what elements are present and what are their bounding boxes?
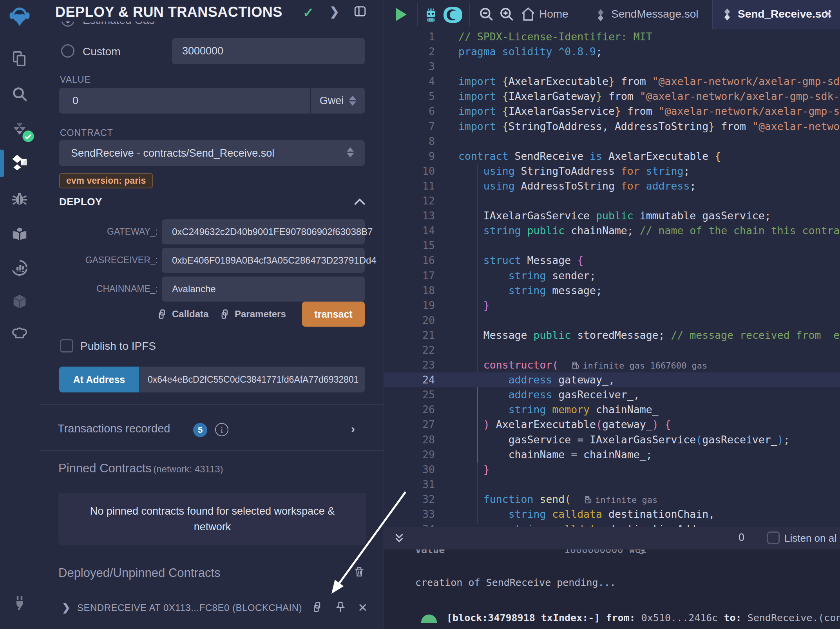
code-line[interactable]: 12 xyxy=(384,193,840,208)
copilot-toggle-icon[interactable] xyxy=(443,6,463,25)
code-line[interactable]: 2pragma solidity ^0.8.9; xyxy=(384,44,840,59)
code-line[interactable]: 24 address gateway_, xyxy=(384,372,840,387)
line-number: 17 xyxy=(384,268,435,283)
value-unit-select[interactable]: Gwei xyxy=(310,88,365,114)
code-line[interactable]: 29 chainName = chainName_; xyxy=(384,447,840,462)
code-line[interactable]: 22 xyxy=(384,343,840,358)
line-number: 16 xyxy=(384,253,435,268)
code-line[interactable]: 32 function send(infinite gas xyxy=(384,492,840,507)
contract-select[interactable]: SendReceive - contracts/Send_Receive.sol xyxy=(59,140,365,166)
code-line[interactable]: 20 xyxy=(384,313,840,328)
transaction-status-icon[interactable] xyxy=(421,615,437,623)
trash-icon[interactable] xyxy=(353,565,366,579)
remove-contract-icon[interactable]: ✕ xyxy=(358,601,368,615)
custom-gas-radio[interactable] xyxy=(61,44,74,58)
toolbar-separator xyxy=(469,3,470,27)
code-line[interactable]: 5import {IAxelarGateway} from "@axelar-n… xyxy=(384,89,840,104)
code-line[interactable]: 6import {IAxelarGasService} from "@axela… xyxy=(384,104,840,119)
code-line[interactable]: 9contract SendReceive is AxelarExecutabl… xyxy=(384,149,840,164)
value-input[interactable]: 0 xyxy=(72,88,78,114)
collapse-terminal-icon[interactable] xyxy=(393,531,406,545)
code-line[interactable]: 23 constructor(infinite gas 1667600 gas xyxy=(384,358,840,372)
code-line[interactable]: 26 string memory chainName_ xyxy=(384,402,840,417)
code-line[interactable]: 3 xyxy=(384,59,840,74)
code-line[interactable]: 17 string sender; xyxy=(384,268,840,283)
value-label: VALUE xyxy=(60,74,91,85)
gas-limit-input[interactable]: 3000000 xyxy=(172,38,365,64)
deployed-contract-row[interactable]: ❯ SENDRECEIVE AT 0X113...FC8E0 (BLOCKCHA… xyxy=(40,598,384,619)
panel-check-icon: ✓ xyxy=(303,5,314,20)
code-editor[interactable]: 1// SPDX-License-Identifier: MIT2pragma … xyxy=(384,29,840,527)
code-line[interactable]: 10 using StringToAddress for string; xyxy=(384,164,840,179)
line-number: 25 xyxy=(384,387,435,402)
code-line[interactable]: 31 xyxy=(384,477,840,492)
settings-icon[interactable] xyxy=(0,622,39,629)
code-line[interactable]: 15 xyxy=(384,238,840,253)
listen-checkbox[interactable] xyxy=(767,531,780,544)
info-icon[interactable]: i xyxy=(215,423,228,436)
chainname-field-input[interactable]: Avalanche xyxy=(162,277,365,302)
code-line[interactable]: 1// SPDX-License-Identifier: MIT xyxy=(384,29,840,44)
file-explorer-icon[interactable] xyxy=(0,46,39,71)
code-line[interactable]: 21 Message public storedMessage; // mess… xyxy=(384,328,840,343)
cube-icon[interactable] xyxy=(0,289,39,314)
pin-icon[interactable] xyxy=(334,600,347,614)
solidity-compiler-icon[interactable] xyxy=(0,117,39,142)
code-line[interactable]: 13 IAxelarGasService public immutable ga… xyxy=(384,208,840,223)
copy-address-icon[interactable] xyxy=(312,601,324,613)
code-text: Message public storedMessage; // message… xyxy=(458,328,840,343)
code-line[interactable]: 18 string message; xyxy=(384,283,840,298)
gasreceiver-field-input[interactable]: 0xbE406F0189A0B4cf3A05C286473D23791Dd4 xyxy=(162,248,365,273)
panel-expand-icon[interactable]: ❯ xyxy=(329,5,339,18)
code-line[interactable]: 8 xyxy=(384,134,840,149)
copy-parameters-button[interactable]: Parameters xyxy=(220,302,286,326)
code-line[interactable]: 34 string calldata destinationAddress, xyxy=(384,522,840,527)
code-line[interactable]: 33 string calldata destinationChain, xyxy=(384,507,840,522)
zoom-in-icon[interactable] xyxy=(498,5,515,24)
code-line[interactable]: 16 struct Message { xyxy=(384,253,840,268)
deploy-run-icon[interactable] xyxy=(0,150,39,175)
code-line[interactable]: 11 using AddressToString for address; xyxy=(384,179,840,193)
transactions-expand-icon[interactable]: › xyxy=(351,422,355,436)
plugin-manager-icon[interactable] xyxy=(0,591,39,616)
code-text: string public chainName; // name of the … xyxy=(458,223,840,238)
code-text: address gasReceiver_, xyxy=(458,387,840,402)
transact-button[interactable]: transact xyxy=(302,302,365,327)
code-line[interactable]: 7import {StringToAddress, AddressToStrin… xyxy=(384,119,840,134)
at-address-button[interactable]: At Address xyxy=(59,367,139,392)
unit-testing-icon[interactable] xyxy=(0,222,39,247)
search-icon[interactable] xyxy=(0,81,39,107)
cookbook-icon[interactable] xyxy=(0,322,39,347)
line-number: 2 xyxy=(384,44,435,59)
from-label: from: xyxy=(606,612,635,624)
panel-layout-icon[interactable] xyxy=(353,5,367,20)
chainname-field-label: CHAINNAME_: xyxy=(56,284,158,294)
zoom-out-icon[interactable] xyxy=(478,5,494,24)
code-line[interactable]: 25 address gasReceiver_, xyxy=(384,387,840,402)
close-tab-icon[interactable]: ✕ xyxy=(823,7,833,21)
tab-send-receive-active[interactable]: Send_Receive.sol ✕ xyxy=(712,0,840,29)
transactions-recorded-label: Transactions recorded xyxy=(58,422,170,435)
expand-caret-icon[interactable]: ❯ xyxy=(62,602,71,614)
home-icon[interactable] xyxy=(520,5,536,24)
gateway-field-input[interactable]: 0xC249632c2D40b9001FE907806902f63038B7 xyxy=(162,219,365,244)
copy-calldata-button[interactable]: Calldata xyxy=(157,302,208,326)
at-address-input[interactable]: 0x64e4eBcD2fC55C0dC3841771fd6AfA77d69328… xyxy=(139,367,365,392)
terminal-bar[interactable]: 0 Listen on al xyxy=(384,527,840,549)
analytics-icon[interactable] xyxy=(0,255,39,280)
tab-sendmessage[interactable]: SendMessage.sol xyxy=(611,8,699,20)
home-tab-label[interactable]: Home xyxy=(539,8,568,20)
deploy-collapse-icon[interactable] xyxy=(353,197,366,207)
ai-assistant-robot-icon[interactable] xyxy=(422,5,440,26)
code-line[interactable]: 27 ) AxelarExecutable(gateway_) { xyxy=(384,417,840,432)
code-line[interactable]: 30 } xyxy=(384,462,840,477)
code-line[interactable]: 14 string public chainName; // name of t… xyxy=(384,223,840,238)
terminal-block-line[interactable]: [block:34798918 txIndex:-] from: 0x510..… xyxy=(447,612,840,624)
run-script-icon[interactable] xyxy=(396,8,407,21)
publish-ipfs-checkbox[interactable] xyxy=(60,339,73,352)
code-line[interactable]: 4import {AxelarExecutable} from "@axelar… xyxy=(384,74,840,89)
debugger-icon[interactable] xyxy=(0,186,39,211)
code-line[interactable]: 28 gasService = IAxelarGasService(gasRec… xyxy=(384,432,840,447)
code-line[interactable]: 19 } xyxy=(384,298,840,313)
remix-logo-icon[interactable] xyxy=(0,3,39,31)
